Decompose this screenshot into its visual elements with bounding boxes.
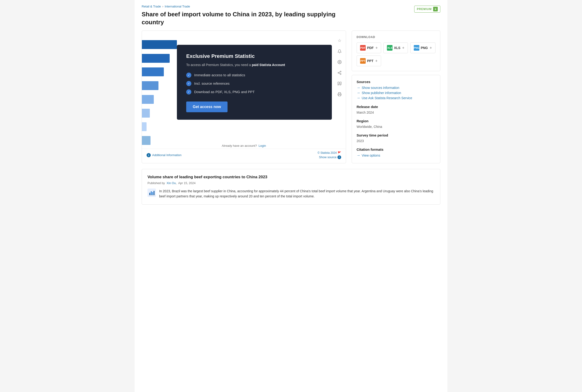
bg-bar-5 — [142, 95, 182, 104]
login-link[interactable]: Login — [258, 144, 266, 148]
show-sources-text: Show sources information — [362, 86, 399, 90]
region-block: Region Worldwide, China — [356, 119, 436, 128]
author-link[interactable]: Xin Ou — [166, 181, 176, 185]
chart-footer: i Additional Information © Statista 2024… — [142, 149, 346, 162]
check-icon-2: ✓ — [186, 81, 191, 86]
survey-period-block: Survey time period 2023 — [356, 133, 436, 143]
overlay-title: Exclusive Premium Statistic — [186, 53, 322, 59]
view-options-text: View options — [362, 154, 380, 157]
print-button[interactable] — [334, 89, 345, 100]
svg-rect-9 — [151, 191, 152, 195]
premium-badge[interactable]: PREMIUM + — [414, 6, 440, 12]
additional-info-text: Additional Information — [152, 153, 182, 157]
ask-statista-link[interactable]: → Use Ask Statista Research Service — [356, 96, 436, 100]
download-ppt-button[interactable]: PPT PPT + — [356, 56, 381, 66]
already-account-section: Already have an account? Login — [142, 144, 346, 148]
premium-overlay-card: Exclusive Premium Statistic To access al… — [177, 45, 332, 120]
bg-bar-7 — [142, 122, 182, 131]
notification-button[interactable] — [334, 46, 345, 56]
show-publisher-link[interactable]: → Show publisher information — [356, 91, 436, 95]
png-icon: PNG — [414, 45, 419, 51]
ppt-label: PPT — [367, 59, 374, 63]
xls-label: XLS — [394, 46, 400, 50]
page-title: Share of beef import volume to China in … — [142, 10, 352, 26]
release-date-value: March 2024 — [356, 110, 436, 114]
settings-button[interactable] — [334, 57, 345, 67]
flag-icon: 🚩 — [338, 151, 341, 154]
chart-area: Exclusive Premium Statistic To access al… — [142, 31, 346, 162]
region-title: Region — [356, 119, 436, 123]
citation-formats-block: Citation formats → View options — [356, 148, 436, 158]
png-label: PNG — [421, 46, 428, 50]
download-png-button[interactable]: PNG PNG + — [410, 42, 436, 53]
breadcrumb-parent[interactable]: Retail & Trade — [142, 5, 161, 8]
view-options-link[interactable]: → View options — [356, 153, 436, 158]
release-date-block: Release date March 2024 — [356, 105, 436, 114]
header-row: Retail & Trade › International Trade Sha… — [142, 5, 440, 26]
feature-item-1: ✓ Immediate access to all statistics — [186, 72, 322, 78]
description-icon — [148, 188, 156, 197]
chart-background-bars — [142, 36, 182, 150]
show-sources-link[interactable]: → Show sources information — [356, 86, 436, 90]
statista-copyright: © Statista 2024 🚩 — [318, 151, 341, 154]
page-wrapper: Retail & Trade › International Trade Sha… — [135, 0, 447, 392]
svg-point-2 — [338, 72, 339, 73]
pdf-label: PDF — [367, 46, 374, 50]
download-xls-button[interactable]: XLS XLS + — [384, 42, 408, 53]
breadcrumb-current[interactable]: International Trade — [165, 5, 190, 8]
citation-formats-title: Citation formats — [356, 148, 436, 152]
chart-sidebar-icons: ☆ — [333, 36, 346, 100]
feature-text-2: Incl. source references — [194, 82, 230, 86]
bg-bar-4 — [142, 81, 182, 90]
svg-rect-6 — [338, 94, 340, 96]
chart-footer-right: © Statista 2024 🚩 Show source i — [318, 151, 341, 159]
ppt-plus: + — [375, 59, 377, 63]
png-plus: + — [430, 46, 432, 50]
svg-line-5 — [339, 72, 340, 72]
cite-button[interactable] — [334, 78, 345, 89]
xls-plus: + — [402, 46, 404, 50]
ask-statista-text: Use Ask Statista Research Service — [362, 96, 412, 100]
feature-item-3: ✓ Download as PDF, XLS, PNG and PPT — [186, 89, 322, 94]
bg-bar-8 — [142, 136, 182, 145]
favorite-button[interactable]: ☆ — [334, 36, 345, 46]
arrow-icon-4: → — [356, 153, 360, 158]
check-icon-3: ✓ — [186, 89, 191, 94]
info-icon: i — [146, 153, 151, 157]
publish-date: Apr 15, 2024 — [178, 181, 196, 185]
feature-list: ✓ Immediate access to all statistics ✓ I… — [186, 72, 322, 94]
copyright-text: © Statista 2024 — [318, 151, 337, 154]
get-access-button[interactable]: Get access now — [186, 102, 228, 112]
share-button[interactable] — [334, 68, 345, 78]
premium-badge-plus: + — [433, 7, 438, 12]
additional-info-link[interactable]: i Additional Information — [146, 153, 182, 157]
premium-badge-text: PREMIUM — [417, 8, 432, 11]
download-title: DOWNLOAD — [356, 36, 436, 39]
xls-icon: XLS — [387, 45, 392, 51]
download-pdf-button[interactable]: PDF PDF + — [356, 42, 381, 53]
pdf-icon: PDF — [360, 45, 366, 51]
svg-point-1 — [340, 71, 341, 72]
description-meta: Published by Xin Ou, Apr 15, 2024 — [148, 181, 434, 185]
chart-section: Exclusive Premium Statistic To access al… — [142, 30, 346, 163]
description-body: In 2023, Brazil was the largest beef sup… — [148, 188, 434, 199]
svg-line-4 — [339, 73, 340, 74]
right-panel: DOWNLOAD PDF PDF + XLS XLS + PNG PNG — [352, 30, 440, 163]
arrow-icon-1: → — [356, 86, 360, 90]
feature-item-2: ✓ Incl. source references — [186, 81, 322, 86]
already-account-text: Already have an account? — [222, 144, 257, 148]
bg-bar-3 — [142, 68, 182, 76]
download-section: DOWNLOAD PDF PDF + XLS XLS + PNG PNG — [352, 30, 440, 71]
description-text: In 2023, Brazil was the largest beef sup… — [159, 188, 434, 199]
show-source-link[interactable]: Show source i — [319, 156, 341, 159]
release-date-title: Release date — [356, 105, 436, 109]
svg-rect-11 — [154, 191, 154, 195]
svg-point-3 — [340, 74, 341, 75]
sources-title: Sources — [356, 80, 436, 84]
show-source-text: Show source — [319, 156, 336, 159]
bg-bar-1 — [142, 40, 182, 49]
ppt-icon: PPT — [360, 58, 366, 64]
survey-period-title: Survey time period — [356, 133, 436, 137]
check-icon-1: ✓ — [186, 72, 191, 78]
arrow-icon-3: → — [356, 96, 360, 100]
